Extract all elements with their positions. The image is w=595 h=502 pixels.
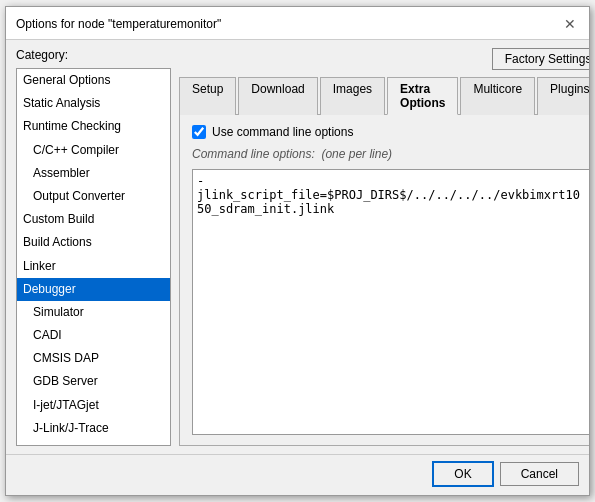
category-panel: Category: General OptionsStatic Analysis…	[16, 48, 171, 446]
use-cmdline-checkbox[interactable]	[192, 125, 206, 139]
tab-setup[interactable]: Setup	[179, 77, 236, 115]
tab-images[interactable]: Images	[320, 77, 385, 115]
category-item-cadi[interactable]: CADI	[17, 324, 170, 347]
category-item-debugger[interactable]: Debugger	[17, 278, 170, 301]
category-item-cmsis-dap[interactable]: CMSIS DAP	[17, 347, 170, 370]
tab-plugins[interactable]: Plugins	[537, 77, 589, 115]
cmdline-label-text: Command line options:	[192, 147, 315, 161]
category-item-assembler[interactable]: Assembler	[17, 162, 170, 185]
ok-button[interactable]: OK	[432, 461, 493, 487]
tab-extra-options[interactable]: Extra Options	[387, 77, 458, 115]
dialog-body: Category: General OptionsStatic Analysis…	[6, 40, 589, 454]
tabs-row: SetupDownloadImagesExtra OptionsMulticor…	[179, 76, 589, 115]
tab-multicore[interactable]: Multicore	[460, 77, 535, 115]
title-bar: Options for node "temperaturemonitor" ✕	[6, 7, 589, 40]
cmdline-label-row: Command line options: (one per line)	[192, 147, 589, 161]
cmdline-textarea[interactable]	[193, 170, 589, 434]
dialog-footer: OK Cancel	[6, 454, 589, 495]
cmdline-hint: (one per line)	[321, 147, 392, 161]
category-label: Category:	[16, 48, 171, 62]
use-cmdline-label: Use command line options	[212, 125, 353, 139]
category-item-ti-stellaris[interactable]: TI Stellaris	[17, 440, 170, 446]
category-item-build-actions[interactable]: Build Actions	[17, 231, 170, 254]
cmdline-area-wrapper	[192, 169, 589, 435]
options-dialog: Options for node "temperaturemonitor" ✕ …	[5, 6, 590, 496]
category-item-static-analysis[interactable]: Static Analysis	[17, 92, 170, 115]
category-item-simulator[interactable]: Simulator	[17, 301, 170, 324]
category-item-runtime-checking[interactable]: Runtime Checking	[17, 115, 170, 138]
close-button[interactable]: ✕	[561, 15, 579, 33]
tab-download[interactable]: Download	[238, 77, 317, 115]
tab-content: Use command line options Command line op…	[179, 115, 589, 446]
cancel-button[interactable]: Cancel	[500, 462, 579, 486]
factory-settings-button[interactable]: Factory Settings	[492, 48, 589, 70]
category-list: General OptionsStatic AnalysisRuntime Ch…	[16, 68, 171, 446]
category-item-cpp-compiler[interactable]: C/C++ Compiler	[17, 139, 170, 162]
category-item-output-converter[interactable]: Output Converter	[17, 185, 170, 208]
main-panel: Factory Settings SetupDownloadImagesExtr…	[179, 48, 589, 446]
category-item-general-options[interactable]: General Options	[17, 69, 170, 92]
category-item-linker[interactable]: Linker	[17, 255, 170, 278]
category-item-gdb-server[interactable]: GDB Server	[17, 370, 170, 393]
checkbox-row: Use command line options	[192, 125, 589, 139]
dialog-title: Options for node "temperaturemonitor"	[16, 17, 221, 31]
category-item-custom-build[interactable]: Custom Build	[17, 208, 170, 231]
category-item-jlink-jtrace[interactable]: J-Link/J-Trace	[17, 417, 170, 440]
category-item-i-jet-jtagjet[interactable]: I-jet/JTAGjet	[17, 394, 170, 417]
factory-btn-row: Factory Settings	[179, 48, 589, 70]
